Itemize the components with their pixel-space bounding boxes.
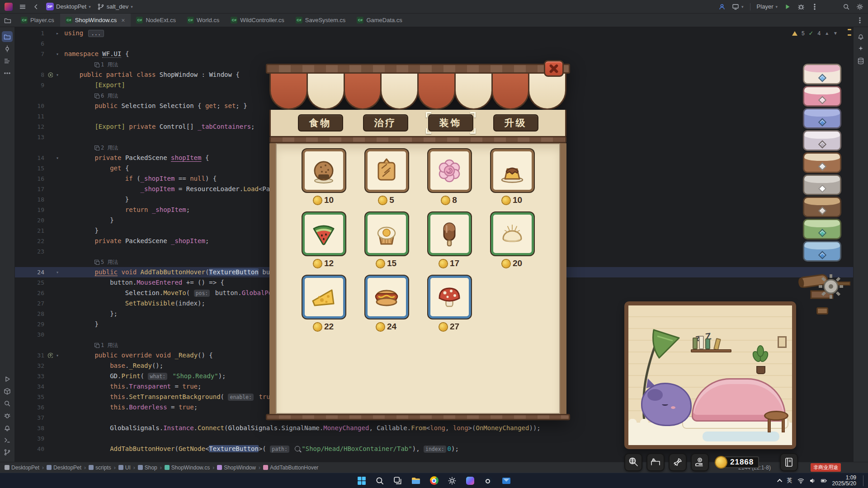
tab-options-icon[interactable] bbox=[856, 17, 863, 24]
egg-tart-icon[interactable] bbox=[365, 212, 408, 255]
notifications-icon[interactable] bbox=[2, 422, 13, 433]
usages-lens-icon[interactable] bbox=[94, 343, 99, 347]
shop-item-cheese[interactable]: 22 bbox=[302, 276, 345, 332]
tab-player-cs[interactable]: C#Player.cs bbox=[15, 14, 60, 27]
shop-item-egg-tart[interactable]: 15 bbox=[365, 212, 408, 268]
more-actions-button[interactable] bbox=[811, 3, 818, 10]
shop-item-bread[interactable]: 5 bbox=[365, 149, 408, 205]
taskbar-mail-icon[interactable] bbox=[500, 475, 512, 487]
pudding-icon[interactable] bbox=[491, 149, 534, 192]
back-icon[interactable] bbox=[33, 3, 40, 10]
tab-shopwindow-cs[interactable]: C#ShopWindow.cs× bbox=[60, 14, 131, 27]
breadcrumb-desktoppet[interactable]: DesktopPet bbox=[47, 465, 81, 471]
search-icon[interactable] bbox=[2, 398, 13, 409]
code-with-me-icon[interactable] bbox=[718, 3, 726, 10]
cheese-icon[interactable] bbox=[302, 276, 345, 319]
structure-icon[interactable] bbox=[2, 56, 13, 66]
usages-lens-label[interactable]: 1 用法 bbox=[101, 61, 118, 68]
debug-button[interactable] bbox=[797, 3, 805, 10]
taskbar-task-view-icon[interactable] bbox=[392, 475, 404, 487]
shop-item-popsicle[interactable]: 17 bbox=[428, 212, 471, 268]
settings-button[interactable] bbox=[856, 3, 863, 10]
next-problem-icon[interactable]: ▼ bbox=[833, 31, 838, 36]
error-stripe[interactable] bbox=[848, 29, 851, 40]
shop-item-candy-flower[interactable]: 8 bbox=[428, 149, 471, 205]
terminal-icon[interactable] bbox=[2, 435, 13, 446]
inspections-widget[interactable]: 5 ✓ 4 ▲ ▼ bbox=[792, 30, 838, 37]
cake-tower[interactable] bbox=[803, 64, 841, 314]
bed-tool-button[interactable] bbox=[646, 453, 665, 471]
usages-lens-icon[interactable] bbox=[94, 145, 99, 150]
clock[interactable]: 1:09 2025/5/20 bbox=[832, 475, 856, 487]
git-icon[interactable] bbox=[2, 447, 13, 458]
taskbar-settings-icon[interactable] bbox=[446, 475, 458, 487]
shop-item-hotdog[interactable]: 24 bbox=[365, 276, 408, 332]
run-config-selector[interactable]: Player▾ bbox=[757, 3, 778, 10]
device-selector[interactable]: ▾ bbox=[732, 3, 744, 10]
usages-lens-label[interactable]: 2 用法 bbox=[101, 145, 118, 151]
usages-lens-icon[interactable] bbox=[94, 62, 99, 66]
run-button[interactable] bbox=[784, 3, 791, 10]
volume-icon[interactable] bbox=[809, 478, 816, 484]
shop-close-button[interactable] bbox=[544, 60, 564, 77]
tab-nodeext-cs[interactable]: C#NodeExt.cs bbox=[131, 14, 181, 27]
shop-item-mushroom[interactable]: 27 bbox=[428, 276, 471, 332]
breadcrumb-addtabbuttonhover[interactable]: AddTabButtonHover bbox=[263, 465, 318, 471]
shop-item-pudding[interactable]: 10 bbox=[491, 149, 534, 205]
project-widget[interactable]: DP DesktopPet ▾ bbox=[46, 3, 91, 10]
taskbar-steam-icon[interactable] bbox=[482, 475, 494, 487]
database-icon[interactable] bbox=[855, 56, 866, 66]
wifi-icon[interactable] bbox=[797, 478, 804, 484]
hotdog-icon[interactable] bbox=[365, 276, 408, 319]
taskbar-search-icon[interactable] bbox=[374, 475, 386, 487]
search-everywhere-button[interactable] bbox=[843, 3, 850, 10]
show-desktop-button[interactable] bbox=[863, 475, 864, 486]
breadcrumb-desktoppet[interactable]: DesktopPet bbox=[5, 465, 39, 471]
taskbar-explorer-icon[interactable] bbox=[410, 475, 422, 487]
commit-icon[interactable] bbox=[2, 43, 13, 54]
taskbar-start-icon[interactable] bbox=[356, 475, 368, 487]
implementations-gutter-icon[interactable] bbox=[47, 71, 53, 78]
close-icon[interactable]: × bbox=[121, 17, 125, 24]
bell-icon[interactable] bbox=[855, 31, 866, 42]
build-icon[interactable] bbox=[2, 386, 13, 397]
breadcrumb-shopwindow-cs[interactable]: ShopWindow.cs bbox=[165, 465, 210, 471]
more-icon[interactable] bbox=[2, 68, 13, 79]
usages-lens-label[interactable]: 5 用法 bbox=[101, 259, 118, 265]
breadcrumb-ui[interactable]: UI bbox=[118, 465, 131, 471]
tab-world-cs[interactable]: C#World.cs bbox=[182, 14, 225, 27]
project-tool-window-icon[interactable] bbox=[4, 17, 11, 24]
usages-lens-label[interactable]: 1 用法 bbox=[101, 342, 118, 348]
watermelon-icon[interactable] bbox=[302, 212, 345, 255]
popsicle-icon[interactable] bbox=[428, 212, 471, 255]
sleeping-pet[interactable] bbox=[641, 383, 692, 426]
sparkle-icon[interactable] bbox=[855, 43, 866, 54]
shop-tab-1[interactable]: 治疗 bbox=[363, 114, 408, 131]
tab-gamedata-cs[interactable]: C#GameData.cs bbox=[351, 14, 408, 27]
breadcrumb-shopwindow[interactable]: ShopWindow bbox=[217, 465, 256, 471]
shop-item-steamed-bun[interactable]: 20 bbox=[491, 212, 534, 268]
usages-lens-icon[interactable] bbox=[94, 260, 99, 264]
run-icon[interactable] bbox=[2, 374, 13, 385]
rice-cracker-icon[interactable] bbox=[302, 149, 345, 192]
shop-tab-3[interactable]: 升级 bbox=[493, 114, 538, 131]
vcs-branch-widget[interactable]: salt_dev ▾ bbox=[97, 3, 133, 10]
problems-icon[interactable] bbox=[2, 410, 13, 421]
mushroom-icon[interactable] bbox=[428, 276, 471, 319]
ime-indicator[interactable]: 英 bbox=[787, 477, 793, 484]
shop-tab-2[interactable]: 装饰 bbox=[428, 114, 473, 131]
tab-savesystem-cs[interactable]: C#SaveSystem.cs bbox=[290, 14, 352, 27]
net-tool-button[interactable] bbox=[624, 453, 642, 471]
shop-tab-0[interactable]: 食物 bbox=[298, 114, 343, 131]
rocket-tool-button[interactable] bbox=[669, 453, 687, 471]
breadcrumb-shop[interactable]: Shop bbox=[138, 465, 157, 471]
prev-problem-icon[interactable]: ▲ bbox=[825, 31, 829, 36]
project-icon[interactable] bbox=[2, 31, 13, 42]
usages-lens-icon[interactable] bbox=[94, 94, 99, 98]
candy-flower-icon[interactable] bbox=[428, 149, 471, 192]
main-menu-button[interactable] bbox=[19, 3, 26, 10]
bread-icon[interactable] bbox=[365, 149, 408, 192]
taskbar-photos-icon[interactable] bbox=[464, 475, 476, 487]
breadcrumb-scripts[interactable]: scripts bbox=[89, 465, 111, 471]
shop-item-rice-cracker[interactable]: 10 bbox=[302, 149, 345, 205]
